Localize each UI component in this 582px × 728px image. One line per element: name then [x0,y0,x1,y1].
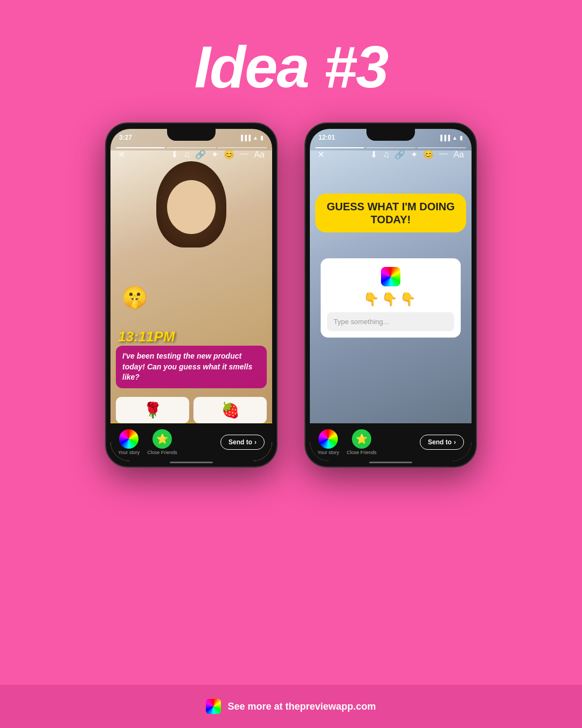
footer-logo [206,699,221,714]
quiz-option-2[interactable]: 🍓 [193,397,267,423]
wifi-icon: ▲ [253,135,258,141]
phone1-notch [167,129,216,141]
battery-icon: ▮ [260,135,264,141]
pointer-emojis: 👇👇👇 [363,292,418,307]
link-icon[interactable]: 🔗 [195,149,206,160]
story-caption-box: I've been testing the new product today!… [116,346,267,388]
phone1-time: 3:27 [119,134,132,141]
signal-icon: ▐▐▐ [239,135,251,141]
guess-bubble: GUESS WHAT I'M DOING TODAY! [315,194,466,232]
phone2-time: 12:01 [318,134,335,141]
phone-2-inner: 12:01 ▐▐▐ ▲ ▮ ✕ ⬇ ♫ 🔗 ✦ [310,129,472,461]
emoji-icon[interactable]: 😊 [224,149,234,160]
sparkle-icon[interactable]: ✦ [211,149,218,160]
phone2-toolbar-right: ⬇ ♫ 🔗 ✦ 😊 〰 Aa [370,149,464,160]
close-friends-label-1: Close Friends [147,450,177,455]
your-story-label-2: Your story [317,450,339,455]
story-bar-2-2 [366,147,415,148]
close-friends-icon-2: ⭐ [352,429,371,449]
phone2-toolbar: ✕ ⬇ ♫ 🔗 ✦ 😊 〰 Aa [310,149,472,160]
secret-emoji: 🤫 [121,285,148,310]
phone1-bottom-bar: Your story ⭐ Close Friends Send to › [110,423,272,461]
phone2-share-options: Your story ⭐ Close Friends [317,429,377,455]
phone2-status-icons: ▐▐▐ ▲ ▮ [439,135,463,141]
phone1-share-options: Your story ⭐ Close Friends [118,429,177,455]
quiz-options-row: 🌹 🍓 [116,397,267,423]
phone1-home-indicator [170,462,213,463]
story-timestamp: 13:11PM [118,328,175,345]
music-icon-2[interactable]: ♫ [383,150,389,160]
guess-text: GUESS WHAT I'M DOING TODAY! [324,200,458,226]
sparkle-icon-2[interactable]: ✦ [411,149,418,160]
phone2-notch [366,129,415,141]
signal-icon-2: ▐▐▐ [439,135,450,141]
send-to-button-1[interactable]: Send to › [220,435,265,450]
send-to-label-1: Send to [228,438,252,446]
story-bar-2 [167,147,216,148]
text-icon-2[interactable]: Aa [453,150,464,160]
close-friends-option-2[interactable]: ⭐ Close Friends [347,429,377,455]
phone1-toolbar-right: ⬇ ♫ 🔗 ✦ 😊 〰 Aa [171,149,265,160]
type-input[interactable]: Type something... [327,312,454,331]
close-icon-2[interactable]: ✕ [317,149,324,160]
close-icon[interactable]: ✕ [118,149,125,160]
phone2-bottom-bar: Your story ⭐ Close Friends Send to › [310,423,472,461]
send-chevron-2: › [454,438,456,446]
send-to-label-2: Send to [428,438,452,446]
emoji-icon-2[interactable]: 😊 [423,149,434,160]
preview-logo [381,267,400,286]
story-bar-2-3 [417,147,466,148]
story-bar-1 [116,147,165,148]
story-bar-3 [218,147,267,148]
phone2-story-bars [315,147,466,148]
wifi-icon-2: ▲ [452,135,458,141]
squiggle-icon[interactable]: 〰 [240,150,248,160]
your-story-icon-1 [119,429,138,449]
phone2-home-indicator [369,462,412,463]
story-bar-2-1 [315,147,364,148]
download-icon[interactable]: ⬇ [171,149,178,160]
send-chevron-1: › [254,438,257,446]
close-friends-option-1[interactable]: ⭐ Close Friends [147,429,177,455]
phone1-status-icons: ▐▐▐ ▲ ▮ [239,135,264,141]
your-story-icon-2 [318,429,338,449]
phone1-story-bars [116,147,267,148]
text-icon[interactable]: Aa [254,150,265,160]
close-friends-icon-1: ⭐ [153,429,172,449]
your-story-option-1[interactable]: Your story [118,429,140,455]
your-story-label-1: Your story [118,450,140,455]
footer: See more at thepreviewapp.com [0,685,582,728]
send-to-button-2[interactable]: Send to › [420,435,464,450]
footer-text: See more at thepreviewapp.com [227,701,376,712]
phone-1-inner: 3:27 ▐▐▐ ▲ ▮ ✕ ⬇ ♫ 🔗 ✦ [110,129,272,461]
phones-container: 3:27 ▐▐▐ ▲ ▮ ✕ ⬇ ♫ 🔗 ✦ [0,122,582,468]
download-icon-2[interactable]: ⬇ [370,149,377,160]
story-caption-text: I've been testing the new product today!… [122,351,260,383]
main-title: Idea #3 [0,0,582,101]
quiz-option-1[interactable]: 🌹 [116,397,189,423]
battery-icon-2: ▮ [460,135,463,141]
phone1-face [167,180,216,234]
phone1-toolbar: ✕ ⬇ ♫ 🔗 ✦ 😊 〰 Aa [110,149,272,160]
squiggle-icon-2[interactable]: 〰 [439,150,448,160]
music-icon[interactable]: ♫ [183,150,190,160]
answer-card: 👇👇👇 Type something... [321,258,461,338]
link-icon-2[interactable]: 🔗 [394,149,405,160]
phone-2: 12:01 ▐▐▐ ▲ ▮ ✕ ⬇ ♫ 🔗 ✦ [304,122,477,468]
phone-1: 3:27 ▐▐▐ ▲ ▮ ✕ ⬇ ♫ 🔗 ✦ [105,122,278,468]
your-story-option-2[interactable]: Your story [317,429,339,455]
close-friends-label-2: Close Friends [347,450,377,455]
